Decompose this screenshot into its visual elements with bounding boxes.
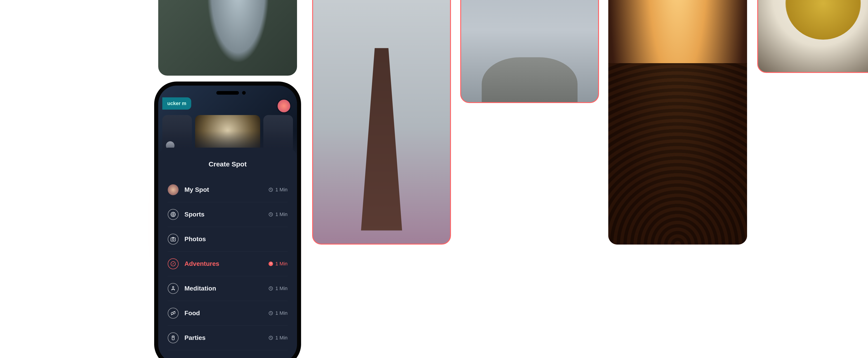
clock-icon <box>269 188 273 192</box>
category-row-food[interactable]: Food1 Min <box>168 301 287 326</box>
clock-icon <box>269 311 273 315</box>
time-badge: 1 Min <box>269 285 287 292</box>
clock-icon <box>269 336 273 340</box>
phone-mockup: ucker m Create Spot My Spot1 MinSports1 … <box>154 82 301 358</box>
time-badge: 1 Min <box>269 261 287 267</box>
time-badge: 1 Min <box>269 212 287 217</box>
compass-icon <box>168 258 179 269</box>
gallery-tile-hiker[interactable] <box>460 0 599 103</box>
clock-icon <box>269 212 273 217</box>
gallery-tile-girl[interactable] <box>312 0 451 245</box>
time-badge: 1 Min <box>269 310 287 316</box>
category-label: Food <box>184 309 200 317</box>
meditation-icon <box>168 283 179 294</box>
category-label: Sports <box>184 211 205 218</box>
category-label: Photos <box>184 236 206 243</box>
avatar-icon <box>168 184 179 195</box>
phone-background-feed: ucker m <box>158 86 297 158</box>
time-badge: 1 Min <box>269 335 287 341</box>
category-row-my-spot[interactable]: My Spot1 Min <box>168 177 287 202</box>
feed-chip: ucker m <box>162 98 191 110</box>
category-row-parties[interactable]: Parties1 Min <box>168 326 287 350</box>
gallery-tile-meditation[interactable] <box>158 0 297 76</box>
gallery-tile-food[interactable] <box>757 0 868 73</box>
category-row-adventures[interactable]: Adventures1 Min <box>168 252 287 276</box>
phone-notch <box>216 91 239 95</box>
gallery-tile-concert[interactable] <box>608 0 747 245</box>
food-icon <box>168 308 179 319</box>
sheet-title: Create Spot <box>168 160 287 168</box>
parties-icon <box>168 332 179 343</box>
category-list: My Spot1 MinSports1 MinPhotosAdventures1… <box>168 177 287 350</box>
story-bubble[interactable] <box>277 99 291 113</box>
category-label: My Spot <box>184 186 209 193</box>
phone-screen: ucker m Create Spot My Spot1 MinSports1 … <box>158 86 297 358</box>
category-label: Meditation <box>184 285 216 292</box>
category-row-photos[interactable]: Photos <box>168 227 287 252</box>
create-spot-sheet: Create Spot My Spot1 MinSports1 MinPhoto… <box>158 148 297 358</box>
category-row-meditation[interactable]: Meditation1 Min <box>168 276 287 301</box>
clock-icon <box>269 261 273 266</box>
clock-icon <box>269 286 273 291</box>
category-label: Parties <box>184 334 206 341</box>
time-badge: 1 Min <box>269 187 287 193</box>
camera-icon <box>168 234 179 245</box>
category-row-sports[interactable]: Sports1 Min <box>168 202 287 227</box>
category-label: Adventures <box>184 260 219 268</box>
sports-icon <box>168 209 179 220</box>
